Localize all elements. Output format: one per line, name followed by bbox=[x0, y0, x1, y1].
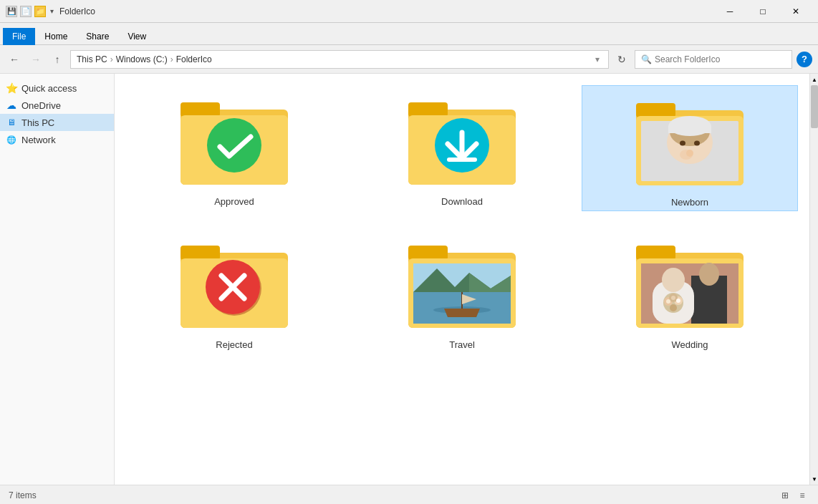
folder-rejected-icon bbox=[177, 231, 292, 335]
this-pc-icon: 🖥 bbox=[6, 117, 17, 128]
item-count: 7 items bbox=[9, 490, 37, 500]
title-bar: 💾 📄 📁 ▾ FolderIco ─ □ ✕ bbox=[0, 0, 818, 23]
folder-approved[interactable]: Approved bbox=[126, 85, 342, 211]
folder-newborn-label: Newborn bbox=[671, 197, 708, 208]
onedrive-label: OneDrive bbox=[21, 100, 61, 111]
refresh-button[interactable]: ↻ bbox=[613, 51, 630, 68]
folder-approved-label: Approved bbox=[214, 196, 254, 207]
tab-file[interactable]: File bbox=[3, 28, 35, 45]
address-path[interactable]: This PC › Windows (C:) › FolderIco ▾ bbox=[70, 50, 609, 69]
folder-travel-label: Travel bbox=[449, 339, 475, 350]
title-bar-controls: ─ □ ✕ bbox=[713, 0, 812, 23]
breadcrumb-folderico[interactable]: FolderIco bbox=[176, 54, 212, 64]
svg-rect-11 bbox=[636, 103, 675, 117]
folder-rejected-label: Rejected bbox=[216, 339, 252, 350]
search-box[interactable]: 🔍 bbox=[635, 50, 792, 69]
sidebar-item-this-pc[interactable]: 🖥 This PC bbox=[0, 114, 114, 131]
main-area: ⭐ Quick access ☁ OneDrive 🖥 This PC 🌐 Ne… bbox=[0, 74, 818, 485]
folder-approved-icon bbox=[177, 88, 292, 192]
window-title: FolderIco bbox=[59, 6, 713, 16]
tab-share[interactable]: Share bbox=[77, 28, 118, 44]
svg-rect-24 bbox=[181, 246, 220, 260]
help-button[interactable]: ? bbox=[797, 52, 812, 67]
this-pc-label: This PC bbox=[21, 117, 54, 128]
folder-download[interactable]: Download bbox=[354, 85, 570, 211]
network-label: Network bbox=[21, 135, 56, 145]
svg-point-58 bbox=[671, 296, 675, 300]
sidebar: ⭐ Quick access ☁ OneDrive 🖥 This PC 🌐 Ne… bbox=[0, 74, 115, 485]
folder-travel[interactable]: Travel bbox=[354, 228, 570, 353]
svg-point-57 bbox=[676, 299, 680, 303]
title-bar-menu-arrow[interactable]: ▾ bbox=[50, 7, 54, 15]
minimize-button[interactable]: ─ bbox=[713, 0, 746, 23]
breadcrumb-sep2: › bbox=[170, 54, 173, 64]
breadcrumb-sep1: › bbox=[110, 54, 113, 64]
scroll-down-button[interactable]: ▼ bbox=[810, 473, 818, 485]
title-bar-icons: 💾 📄 📁 ▾ bbox=[6, 6, 54, 17]
svg-point-56 bbox=[666, 299, 670, 304]
svg-point-50 bbox=[662, 268, 685, 292]
folder-rejected[interactable]: Rejected bbox=[126, 228, 342, 353]
svg-rect-43 bbox=[636, 246, 675, 260]
app-icon-save: 💾 bbox=[6, 6, 17, 17]
svg-point-19 bbox=[680, 141, 685, 146]
list-view-button[interactable]: ≡ bbox=[795, 488, 809, 503]
quick-access-icon: ⭐ bbox=[6, 82, 17, 94]
folder-travel-icon bbox=[405, 231, 519, 335]
breadcrumb-thispc[interactable]: This PC bbox=[77, 54, 107, 64]
folder-newborn-icon bbox=[632, 89, 747, 193]
folder-download-icon bbox=[405, 88, 519, 192]
scrollbar[interactable]: ▲ ▼ bbox=[809, 74, 818, 485]
onedrive-icon: ☁ bbox=[6, 100, 17, 111]
breadcrumb-dropdown[interactable]: ▾ bbox=[595, 54, 600, 64]
svg-marker-39 bbox=[444, 309, 480, 317]
up-button[interactable]: ↑ bbox=[49, 51, 66, 68]
file-content: Approved Download bbox=[115, 74, 809, 485]
address-bar: ← → ↑ This PC › Windows (C:) › FolderIco… bbox=[0, 45, 818, 74]
forward-button[interactable]: → bbox=[27, 51, 44, 68]
svg-point-22 bbox=[686, 150, 693, 157]
status-bar: 7 items ⊞ ≡ bbox=[0, 485, 818, 504]
svg-rect-18 bbox=[668, 126, 711, 133]
sidebar-item-quick-access[interactable]: ⭐ Quick access bbox=[0, 79, 114, 97]
folder-wedding-icon bbox=[632, 231, 747, 335]
svg-rect-5 bbox=[408, 102, 448, 117]
tab-view[interactable]: View bbox=[118, 28, 155, 44]
network-icon: 🌐 bbox=[6, 134, 17, 145]
ribbon: File Home Share View bbox=[0, 23, 818, 45]
search-icon: 🔍 bbox=[641, 54, 652, 64]
svg-rect-31 bbox=[408, 246, 448, 260]
app-icon-folder: 📁 bbox=[34, 6, 46, 17]
breadcrumb-windows[interactable]: Windows (C:) bbox=[116, 54, 168, 64]
sidebar-item-network[interactable]: 🌐 Network bbox=[0, 131, 114, 148]
close-button[interactable]: ✕ bbox=[779, 0, 812, 23]
app-icon-doc: 📄 bbox=[20, 6, 32, 17]
folder-newborn[interactable]: Newborn bbox=[582, 85, 798, 211]
svg-point-48 bbox=[699, 263, 719, 286]
folder-wedding[interactable]: Wedding bbox=[582, 228, 798, 353]
search-input[interactable] bbox=[655, 54, 786, 64]
view-controls: ⊞ ≡ bbox=[778, 488, 809, 503]
scroll-track bbox=[810, 85, 818, 473]
maximize-button[interactable]: □ bbox=[746, 0, 779, 23]
scroll-up-button[interactable]: ▲ bbox=[810, 74, 818, 85]
grid-view-button[interactable]: ⊞ bbox=[778, 488, 792, 503]
back-button[interactable]: ← bbox=[6, 51, 23, 68]
sidebar-item-onedrive[interactable]: ☁ OneDrive bbox=[0, 97, 114, 114]
svg-point-55 bbox=[670, 304, 677, 311]
folder-download-label: Download bbox=[441, 196, 483, 207]
svg-point-20 bbox=[694, 141, 700, 146]
svg-rect-1 bbox=[181, 102, 220, 117]
quick-access-label: Quick access bbox=[21, 83, 77, 94]
svg-point-3 bbox=[207, 118, 261, 173]
tab-home[interactable]: Home bbox=[35, 28, 77, 44]
folder-wedding-label: Wedding bbox=[671, 339, 708, 350]
scroll-thumb[interactable] bbox=[811, 85, 818, 128]
ribbon-tabs: File Home Share View bbox=[0, 23, 818, 44]
folder-grid: Approved Download bbox=[126, 85, 798, 353]
